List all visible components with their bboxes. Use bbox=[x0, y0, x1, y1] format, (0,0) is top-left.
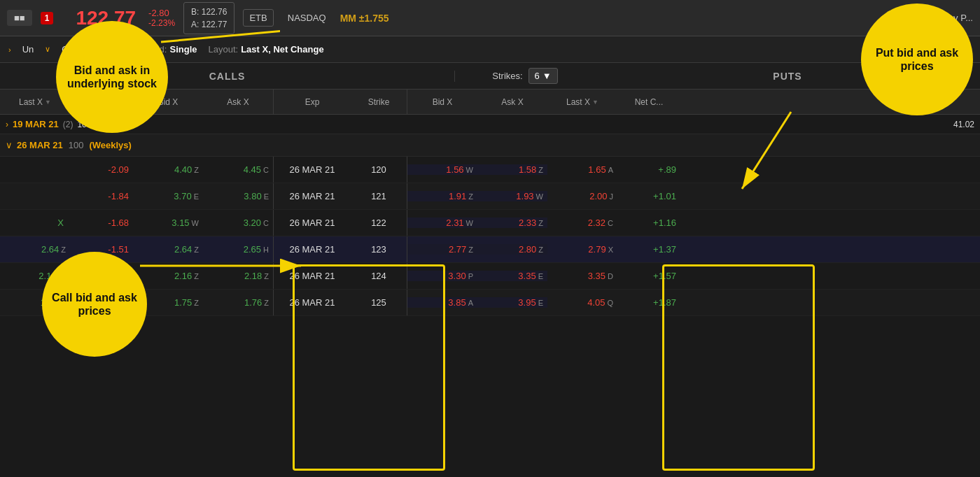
cell-call-askx: 4.45 C bbox=[203, 164, 273, 175]
cell-put-netc: +.89 bbox=[617, 164, 680, 175]
put-netc-value: +1.16 bbox=[653, 218, 676, 228]
cell-put-lastx: 1.65 A bbox=[547, 164, 617, 175]
change-value: -2.80 bbox=[148, 8, 175, 18]
table-row[interactable]: -1.84 3.70 E 3.80 E 26 MAR 21 121 1.91 Z… bbox=[0, 183, 980, 210]
annotation-bubble-underlying: Bid and ask in underlying stock bbox=[56, 21, 168, 133]
put-askx-value: 3.95 bbox=[518, 297, 536, 308]
col-header-calls-lastx[interactable]: Last X ▼ bbox=[0, 97, 70, 107]
call-askx-value: 2.65 bbox=[244, 244, 261, 255]
put-bidx-exch: P bbox=[468, 272, 473, 280]
call-netc-value: -1.51 bbox=[108, 244, 129, 255]
col-header-puts-netc[interactable]: Net C... bbox=[617, 97, 680, 107]
put-askx-exch: Z bbox=[538, 245, 543, 254]
layout-control[interactable]: Layout: Last X, Net Change bbox=[208, 44, 323, 55]
cell-put-askx: 2.33 Z bbox=[477, 218, 547, 228]
col-header-calls-askx[interactable]: Ask X bbox=[203, 97, 273, 107]
table-row[interactable]: 2.16 W -1.23 2.16 Z 2.18 Z 26 MAR 21 124… bbox=[0, 263, 980, 290]
table-row[interactable]: 1.75 C -1.16 1.75 Z 1.76 Z 26 MAR 21 125… bbox=[0, 290, 980, 316]
options-data-table: -2.09 4.40 Z 4.45 C 26 MAR 21 120 1.56 W… bbox=[0, 157, 980, 316]
cell-strike: 120 bbox=[351, 164, 407, 175]
col-header-puts-askx[interactable]: Ask X bbox=[477, 97, 547, 107]
group-expand-icon: › bbox=[6, 120, 8, 129]
table-row[interactable]: -2.09 4.40 Z 4.45 C 26 MAR 21 120 1.56 W… bbox=[0, 157, 980, 183]
exp-value: 26 MAR 21 bbox=[289, 164, 335, 175]
put-lastx-value: 2.79 bbox=[588, 244, 606, 255]
strike-value: 122 bbox=[371, 218, 386, 228]
put-lastx-exch: J bbox=[610, 192, 614, 201]
put-bidx-value: 2.77 bbox=[449, 244, 466, 255]
cell-call-askx: 1.76 Z bbox=[203, 297, 273, 308]
call-netc-value: -1.84 bbox=[108, 191, 129, 201]
annotation-bubble-puts: Put bid and ask prices bbox=[861, 3, 973, 115]
cell-call-netc: -1.68 bbox=[70, 218, 133, 228]
col-header-puts-lastx[interactable]: Last X ▼ bbox=[547, 97, 617, 107]
group-collapse-icon: ∨ bbox=[6, 140, 13, 150]
group-puts-val: 41.02 bbox=[953, 120, 974, 129]
cell-put-askx: 1.93 W bbox=[477, 191, 547, 201]
cell-put-askx: 1.58 Z bbox=[477, 164, 547, 175]
sort-arrow-icon: ▼ bbox=[592, 99, 598, 106]
put-netc-value: +1.57 bbox=[653, 271, 676, 281]
expand-arrow-2[interactable]: ∨ bbox=[45, 45, 50, 54]
cell-put-lastx: 3.35 D bbox=[547, 271, 617, 281]
call-bidx-value: 1.75 bbox=[174, 297, 192, 308]
cell-exp: 26 MAR 21 bbox=[274, 164, 351, 175]
strikes-control[interactable]: Strikes: 6 ▼ bbox=[455, 68, 595, 84]
strike-value: 120 bbox=[371, 164, 386, 175]
bid-label: B: 122.76 bbox=[191, 6, 227, 18]
cell-put-netc: +1.57 bbox=[617, 271, 680, 281]
call-netc-value: -2.09 bbox=[108, 164, 129, 175]
call-bidx-value: 2.64 bbox=[174, 244, 192, 255]
put-askx-exch: Z bbox=[538, 219, 543, 227]
col-header-puts-bidx[interactable]: Bid X bbox=[407, 97, 477, 107]
group-weekly-label: (Weeklys) bbox=[89, 140, 131, 150]
put-lastx-value: 4.05 bbox=[587, 297, 605, 308]
call-bidx-value: 3.15 bbox=[172, 218, 189, 228]
cell-put-askx: 3.35 E bbox=[477, 271, 547, 281]
put-askx-value: 2.80 bbox=[519, 244, 536, 255]
strike-value: 124 bbox=[371, 271, 386, 281]
group-num: (2) bbox=[63, 120, 74, 129]
cell-strike: 124 bbox=[351, 271, 407, 281]
cell-call-lastx: X bbox=[0, 218, 70, 228]
call-lastx-exch: Z bbox=[61, 245, 66, 254]
call-bidx-value: 3.70 bbox=[174, 191, 191, 201]
table-row[interactable]: X -1.68 3.15 W 3.20 C 26 MAR 21 122 2.31… bbox=[0, 210, 980, 236]
strikes-select[interactable]: 6 ▼ bbox=[528, 68, 558, 84]
cell-call-askx: 3.80 E bbox=[203, 191, 273, 201]
cell-call-bidx: 3.15 W bbox=[133, 218, 203, 228]
cell-call-bidx: 3.70 E bbox=[133, 191, 203, 201]
put-bidx-exch: W bbox=[466, 219, 473, 227]
layout-value: Last X, Net Change bbox=[241, 44, 323, 55]
expand-arrow-1[interactable]: › bbox=[8, 45, 11, 54]
widget-control[interactable]: ■■ bbox=[7, 10, 32, 26]
put-askx-value: 1.58 bbox=[519, 164, 536, 175]
put-bidx-exch: A bbox=[468, 299, 473, 307]
group-row-mar26[interactable]: ∨ 26 MAR 21 100 (Weeklys) bbox=[0, 134, 980, 157]
cell-put-lastx: 2.79 X bbox=[547, 244, 617, 255]
put-askx-exch: E bbox=[538, 272, 543, 280]
put-netc-value: +1.37 bbox=[653, 244, 676, 255]
col-header-strike[interactable]: Strike bbox=[351, 97, 407, 107]
cell-call-askx: 3.20 C bbox=[203, 218, 273, 228]
cell-strike: 121 bbox=[351, 191, 407, 201]
put-lastx-value: 2.32 bbox=[588, 218, 606, 228]
cell-put-lastx: 2.00 J bbox=[547, 191, 617, 201]
widget-label: ■■ bbox=[14, 13, 25, 23]
call-bidx-value: 4.40 bbox=[174, 164, 192, 175]
put-askx-exch: W bbox=[536, 192, 543, 201]
col-header-exp[interactable]: Exp bbox=[274, 97, 351, 107]
put-netc-value: +.89 bbox=[658, 164, 676, 175]
table-row[interactable]: 2.64 Z -1.51 2.64 Z 2.65 H 26 MAR 21 123… bbox=[0, 236, 980, 263]
strike-value: 123 bbox=[371, 244, 386, 255]
put-lastx-exch: X bbox=[608, 245, 613, 254]
put-askx-value: 2.33 bbox=[519, 218, 536, 228]
call-askx-exch: Z bbox=[264, 272, 269, 280]
call-bidx-value: 2.16 bbox=[174, 271, 192, 281]
cell-call-netc: -1.84 bbox=[70, 191, 133, 201]
put-askx-exch: E bbox=[538, 299, 543, 307]
exp-value: 26 MAR 21 bbox=[289, 218, 335, 228]
cell-call-bidx: 2.64 Z bbox=[133, 244, 203, 255]
call-lastx-value: X bbox=[57, 218, 64, 228]
exp-value: 26 MAR 21 bbox=[289, 271, 335, 281]
